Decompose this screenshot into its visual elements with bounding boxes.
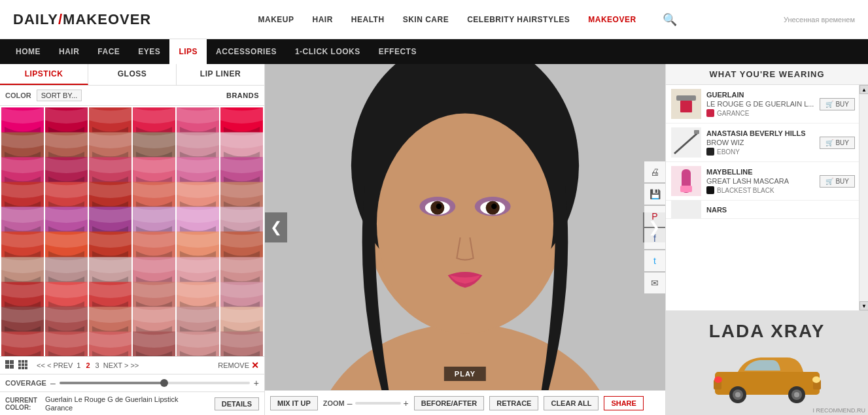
color-grid xyxy=(0,106,264,356)
buy-button-1[interactable]: 🛒 BUY xyxy=(820,98,855,110)
menu-item-makeup[interactable]: MAKEUP xyxy=(258,15,294,24)
svg-point-106 xyxy=(714,376,722,383)
wearing-thumb-2 xyxy=(671,127,701,158)
zoom-increase-button[interactable]: + xyxy=(404,398,409,408)
svg-rect-62 xyxy=(5,365,9,369)
wearing-item: ANASTASIA BEVERLY HILLS BROW WIZ EBONY 🛒… xyxy=(666,124,868,162)
tab-lipstick[interactable]: LIPSTICK xyxy=(0,64,88,85)
page-1-button[interactable]: 1 xyxy=(75,361,82,369)
coverage-decrease-button[interactable]: – xyxy=(50,378,56,388)
color-row-2: EBONY xyxy=(706,148,814,156)
cat-nav-face[interactable]: FACE xyxy=(88,39,129,64)
retrace-button[interactable]: RETRACE xyxy=(489,396,538,410)
menu-item-hair[interactable]: HAIR xyxy=(313,15,333,24)
svg-rect-87 xyxy=(676,95,696,101)
current-color-labels: CURRENT COLOR: xyxy=(5,397,37,411)
menu-item-health[interactable]: HEALTH xyxy=(351,15,385,24)
cart-icon-2: 🛒 xyxy=(825,139,833,146)
cat-nav-home[interactable]: HOME xyxy=(7,39,50,64)
menu-item-makeover[interactable]: MAKEOVER xyxy=(588,15,636,24)
brands-button[interactable]: BRANDS xyxy=(226,91,259,99)
wearing-info-3: MAYBELLINE GREAT LASH MASCARA BLACKEST B… xyxy=(706,168,814,194)
color-swatch[interactable] xyxy=(220,331,263,356)
social-icons: 🖨 💾 P f t ✉ xyxy=(644,161,665,293)
facebook-icon[interactable]: f xyxy=(644,228,665,249)
coverage-slider[interactable] xyxy=(60,382,250,384)
photo-area: ❮ ❯ 🖨 💾 P f t ✉ PLAY xyxy=(265,64,665,390)
cat-nav-eyes[interactable]: EYES xyxy=(129,39,169,64)
filter-row: COLOR SORT BY... BRANDS xyxy=(0,86,264,106)
cat-nav-1click[interactable]: 1-CLICK LOOKS xyxy=(286,39,370,64)
page-3-button[interactable]: 3 xyxy=(94,361,101,369)
svg-rect-67 xyxy=(18,363,21,366)
color-swatch[interactable] xyxy=(1,331,44,356)
zoom-control: ZOOM – + xyxy=(323,398,409,408)
color-row-1: GARANCE xyxy=(706,109,814,117)
save-icon[interactable]: 💾 xyxy=(644,184,665,205)
logo[interactable]: DAILY/MAKEOVER xyxy=(13,11,151,28)
pinterest-icon[interactable]: P xyxy=(644,206,665,227)
search-icon[interactable]: 🔍 xyxy=(663,12,677,27)
current-product-name: Guerlain Le Rouge G de Guerlain Lipstick xyxy=(45,395,211,403)
buy-button-3[interactable]: 🛒 BUY xyxy=(820,175,855,188)
color-swatch[interactable] xyxy=(177,331,219,356)
main-menu: MAKEUP HAIR HEALTH SKIN CARE CELEBRITY H… xyxy=(151,12,784,27)
cat-nav-effects[interactable]: EFFECTS xyxy=(370,39,426,64)
small-grid-icon[interactable] xyxy=(5,360,16,371)
cart-icon-1: 🛒 xyxy=(825,101,833,108)
tab-lipliner[interactable]: LIP LINER xyxy=(177,64,264,85)
svg-point-85 xyxy=(491,204,496,209)
play-button[interactable]: PLAY xyxy=(444,367,486,381)
product-name-2: BROW WIZ xyxy=(706,139,814,146)
svg-rect-70 xyxy=(18,367,21,369)
wearing-scroll-down[interactable]: ▼ xyxy=(859,301,868,310)
wearing-header: WHAT YOU'RE WEARING xyxy=(666,64,868,85)
cart-icon-3: 🛒 xyxy=(825,178,833,185)
large-grid-icon[interactable] xyxy=(18,360,29,371)
top-note: Унесенная временем xyxy=(784,16,855,24)
mix-it-up-button[interactable]: MIX IT UP xyxy=(270,396,318,410)
menu-item-celebrity[interactable]: CELEBRITY HAIRSTYLES xyxy=(467,15,570,24)
zoom-slider[interactable] xyxy=(355,402,401,405)
details-button[interactable]: DETAILS xyxy=(215,397,259,410)
buy-button-2[interactable]: 🛒 BUY xyxy=(820,137,855,149)
tab-gloss[interactable]: GLOSS xyxy=(88,64,177,85)
coverage-increase-button[interactable]: + xyxy=(254,378,259,388)
twitter-icon[interactable]: t xyxy=(644,250,665,271)
prev-page-button[interactable]: << < PREV xyxy=(37,361,73,369)
brand-name-4: NARS xyxy=(706,206,855,214)
before-after-button[interactable]: BEFORE/AFTER xyxy=(414,396,485,410)
email-icon[interactable]: ✉ xyxy=(644,273,665,293)
wearing-scroll-up[interactable]: ▲ xyxy=(859,85,868,94)
svg-rect-72 xyxy=(25,367,27,369)
color-filter-label: COLOR xyxy=(5,91,31,99)
menu-item-skincare[interactable]: SKIN CARE xyxy=(403,15,449,24)
svg-point-84 xyxy=(436,204,442,209)
color-swatch[interactable] xyxy=(89,331,131,356)
category-navigation: HOME HAIR FACE EYES LIPS ACCESSORIES 1-C… xyxy=(0,39,868,64)
zoom-decrease-button[interactable]: – xyxy=(347,398,353,408)
sort-by-button[interactable]: SORT BY... xyxy=(37,90,82,101)
color-dot-3 xyxy=(706,186,714,194)
cat-nav-lips[interactable]: LIPS xyxy=(169,39,207,64)
wearing-item: MAYBELLINE GREAT LASH MASCARA BLACKEST B… xyxy=(666,162,868,201)
next-page-button[interactable]: NEXT > >> xyxy=(103,361,139,369)
color-swatch[interactable] xyxy=(133,331,175,356)
wearing-thumb-4 xyxy=(671,201,701,219)
remove-button[interactable]: REMOVE ✕ xyxy=(218,360,259,371)
cat-nav-hair[interactable]: HAIR xyxy=(50,39,88,64)
wearing-info-4: NARS xyxy=(706,206,855,214)
clear-all-button[interactable]: CLEAR ALL xyxy=(544,396,599,410)
svg-rect-91 xyxy=(694,130,699,134)
brand-name-1: GUERLAIN xyxy=(706,91,814,99)
page-2-button[interactable]: 2 xyxy=(84,361,91,369)
share-button[interactable]: SHARE xyxy=(604,396,644,410)
face-illustration xyxy=(265,64,665,390)
color-row-3: BLACKEST BLACK xyxy=(706,186,814,194)
print-icon[interactable]: 🖨 xyxy=(644,161,665,182)
color-swatch[interactable] xyxy=(45,331,88,356)
cat-nav-accessories[interactable]: ACCESSORIES xyxy=(207,39,286,64)
previous-photo-button[interactable]: ❮ xyxy=(265,212,287,242)
color-dot-1 xyxy=(706,109,714,117)
wearing-info-1: GUERLAIN LE ROUGE G DE GUERLAIN L... GAR… xyxy=(706,91,814,117)
